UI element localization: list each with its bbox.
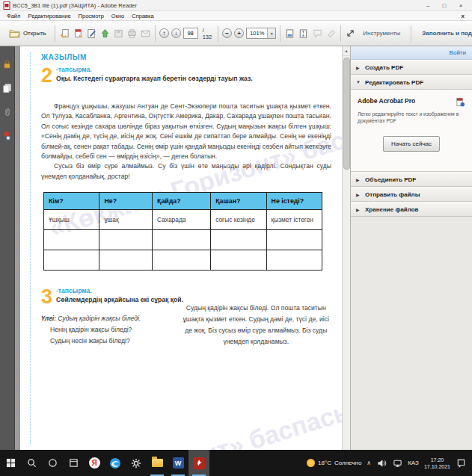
pdf-page: «Көкжиек-Горизонт» баспасы «Көкжиек-Гори… [20, 46, 342, 450]
windows-taskbar: Я [0, 450, 472, 476]
table-header-cell: Қашан? [211, 193, 266, 210]
open-button[interactable]: Открыть [4, 25, 51, 42]
create-pdf-icon[interactable] [73, 28, 84, 39]
attachments-paperclip-icon[interactable] [1, 106, 13, 117]
scroll-up-icon[interactable]: ▲ [343, 46, 350, 56]
window-title: BCC5_3B1 lite (1).pdf (ЗАЩИТА) - Adobe R… [13, 2, 420, 9]
network-icon[interactable] [392, 459, 402, 468]
section-label: Создать PDF [365, 64, 403, 71]
yandex-browser-icon[interactable]: Я [84, 450, 105, 476]
fit-page-icon[interactable] [298, 28, 309, 39]
menu-help[interactable]: Справка [128, 13, 157, 19]
highlight-icon[interactable] [325, 28, 337, 39]
adobe-reader-taskbar-icon[interactable] [189, 450, 209, 476]
signature-tag-icon[interactable] [1, 130, 13, 141]
sign-in-link[interactable]: Войти [450, 49, 466, 56]
paragraph-1: Француз ұшқышы, жазушы Антуан де Сент-Эк… [41, 102, 331, 161]
document-view-area[interactable]: «Көкжиек-Горизонт» баспасы «Көкжиек-Гори… [15, 46, 342, 450]
table-cell [266, 230, 322, 250]
section-send-files[interactable]: ▶ Отправить файлы [351, 187, 472, 202]
menu-bar: Файл Редактирование Просмотр Окно Справк… [0, 11, 472, 21]
table-cell: ұшақ [99, 210, 153, 230]
table-header-cell: Не істеді? [266, 193, 322, 210]
task-3-label: -тапсырма. [56, 287, 183, 294]
print-icon[interactable] [126, 28, 138, 39]
table-cell [153, 250, 211, 271]
clock-widget[interactable]: 17:20 17.10.2021 [424, 457, 450, 470]
clock-date: 17.10.2021 [424, 463, 450, 470]
email-icon[interactable] [140, 28, 151, 39]
comment-icon[interactable] [312, 28, 323, 39]
table-cell [99, 250, 153, 271]
edge-browser-icon[interactable] [105, 450, 126, 476]
search-icon[interactable] [21, 450, 42, 476]
section-edit-pdf[interactable]: ▼ Редактировать PDF [351, 75, 472, 90]
volume-icon[interactable] [376, 459, 387, 468]
toolbar-separator [340, 25, 341, 42]
vertical-scrollbar[interactable]: ▲ [342, 46, 350, 450]
file-explorer-icon[interactable] [147, 450, 168, 476]
previous-page-button[interactable]: ↑ [159, 28, 169, 38]
table-cell: Сахарада [153, 210, 211, 230]
title-bar: BCC5_3B1 lite (1).pdf (ЗАЩИТА) - Adobe R… [0, 0, 472, 11]
weather-widget[interactable]: 18°C Солнечно [307, 459, 361, 467]
zoom-out-button[interactable]: − [222, 28, 232, 38]
task-2-number: 2 [41, 66, 56, 85]
close-document-icon[interactable]: x [457, 13, 469, 19]
language-indicator[interactable]: КАЗ [408, 460, 419, 466]
task-3-instruction: Сөйлемдердің әрқайсына екі сұрақ қой. [56, 296, 183, 303]
table-row-empty [44, 250, 322, 271]
zoom-level-value: 101% [247, 30, 267, 37]
table-cell: соғыс кезінде [211, 210, 266, 230]
sign-in-bar: Войти [351, 46, 472, 60]
chevron-right-icon: ▶ [356, 65, 361, 70]
menu-edit[interactable]: Редактирование [24, 13, 74, 19]
task-view-icon[interactable] [63, 450, 84, 476]
chevron-right-icon: ▶ [356, 192, 361, 197]
fullscreen-icon[interactable] [345, 28, 356, 39]
left-navigation-rail [0, 46, 15, 450]
section-create-pdf[interactable]: ▶ Создать PDF [351, 60, 472, 75]
fit-width-icon[interactable] [284, 28, 295, 39]
upload-share-icon[interactable] [99, 28, 111, 39]
section-label: Редактировать PDF [365, 79, 423, 86]
toolbar-separator [55, 25, 55, 42]
zoom-in-button[interactable]: + [234, 28, 244, 38]
tools-button[interactable]: Инструменты [356, 30, 407, 37]
scrollbar-thumb[interactable] [343, 58, 350, 170]
toolbar-separator [280, 25, 281, 42]
toolbar-separator [155, 25, 156, 42]
security-lock-icon[interactable] [1, 58, 13, 69]
next-page-button[interactable]: ↓ [171, 28, 181, 38]
minimize-button[interactable]: – [420, 0, 436, 10]
menu-file[interactable]: Файл [3, 13, 24, 19]
section-file-storage[interactable]: ▶ Хранение файлов [351, 202, 472, 217]
sign-document-icon[interactable] [86, 28, 97, 39]
word-icon[interactable]: W [168, 450, 189, 476]
section-combine-pdf[interactable]: ▶ Объединить PDF [351, 172, 472, 187]
page-thumbnails-icon[interactable] [1, 82, 13, 93]
close-button[interactable]: × [453, 0, 469, 10]
fill-sign-button[interactable]: Заполнить и подписать [415, 30, 472, 37]
start-now-button[interactable]: Начать сейчас [383, 136, 440, 152]
section-label: Объединить PDF [365, 176, 416, 183]
start-button[interactable] [0, 450, 21, 476]
task-3-number: 3 [41, 287, 56, 306]
dropdown-arrow-icon: ▼ [267, 28, 275, 38]
menu-view[interactable]: Просмотр [75, 13, 108, 19]
hidden-icons-chevron[interactable]: ∧ [367, 460, 371, 466]
cortana-icon[interactable] [42, 450, 63, 476]
restore-button[interactable]: □ [436, 0, 453, 10]
table-cell [211, 230, 266, 250]
notification-center-icon[interactable] [456, 458, 466, 468]
chevron-down-icon: ▼ [356, 80, 361, 84]
convert-pdf-icon[interactable] [59, 28, 70, 39]
chevron-right-icon: ▶ [356, 207, 361, 212]
reading-text: Француз ұшқышы, жазушы Антуан де Сент-Эк… [41, 102, 331, 182]
settings-gear-icon[interactable] [126, 450, 147, 476]
save-icon[interactable] [113, 28, 124, 39]
zoom-level-dropdown[interactable]: 101% ▼ [246, 28, 276, 39]
page-number-input[interactable] [183, 28, 198, 39]
menu-window[interactable]: Окно [108, 13, 128, 19]
example-sentence: Судың қадірін жақсы біледі. [58, 315, 141, 322]
